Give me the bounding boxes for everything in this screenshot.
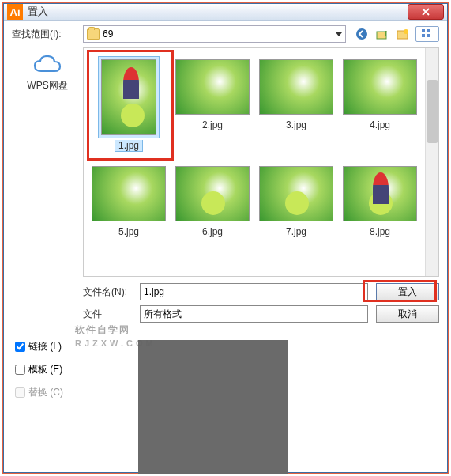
file-thumbnail	[259, 166, 333, 221]
back-icon	[355, 28, 368, 40]
file-thumbnail	[175, 59, 250, 115]
file-item[interactable]: 1.jpg	[88, 55, 169, 153]
up-icon	[376, 28, 389, 40]
file-item[interactable]: 4.jpg	[340, 55, 420, 153]
filetype-combo[interactable]: 所有格式	[140, 305, 368, 323]
file-name: 3.jpg	[286, 119, 306, 130]
folder-icon	[87, 28, 100, 40]
template-checkbox[interactable]: 模板 (E)	[15, 363, 122, 376]
close-icon	[422, 8, 430, 16]
file-name: 2.jpg	[202, 119, 223, 130]
wps-cloud-label: WPS网盘	[27, 79, 67, 93]
template-label: 模板 (E)	[28, 363, 62, 376]
file-name: 7.jpg	[286, 226, 306, 237]
file-thumbnail	[101, 59, 156, 135]
file-thumbnail	[343, 166, 417, 221]
chevron-down-icon	[336, 32, 342, 36]
filename-value: 1.jpg	[144, 286, 164, 297]
new-folder-button[interactable]	[395, 26, 411, 42]
file-name: 4.jpg	[370, 119, 390, 130]
scrollbar[interactable]	[425, 48, 438, 276]
view-menu-button[interactable]	[415, 26, 439, 42]
file-thumbnail	[343, 59, 417, 115]
svg-point-3	[404, 29, 408, 34]
replace-checkbox-input	[15, 387, 25, 398]
filetype-label: 文件	[83, 308, 140, 321]
template-checkbox-input[interactable]	[15, 365, 25, 375]
places-sidebar: WPS网盘	[12, 47, 83, 327]
file-thumbnail	[175, 166, 250, 221]
titlebar: Ai 置入	[4, 4, 447, 21]
wps-cloud-icon[interactable]	[32, 54, 63, 77]
link-checkbox-input[interactable]	[15, 342, 25, 352]
scrollbar-thumb[interactable]	[427, 80, 438, 143]
file-thumbnail	[92, 166, 166, 221]
filetype-value: 所有格式	[144, 308, 182, 321]
file-list[interactable]: 1.jpg2.jpg3.jpg4.jpg5.jpg6.jpg7.jpg8.jpg	[83, 47, 439, 277]
replace-checkbox: 替换 (C)	[15, 386, 122, 399]
look-in-combo[interactable]: 69	[83, 25, 346, 43]
svg-rect-5	[427, 29, 430, 32]
preview-pane	[138, 340, 288, 474]
filename-label: 文件名(N):	[83, 285, 140, 299]
file-thumbnail	[259, 59, 333, 115]
up-button[interactable]	[374, 26, 390, 42]
file-item[interactable]: 6.jpg	[172, 161, 253, 239]
look-in-value: 69	[103, 28, 113, 40]
cancel-button[interactable]: 取消	[376, 305, 439, 323]
link-label: 链接 (L)	[28, 340, 62, 353]
file-name: 5.jpg	[118, 226, 139, 237]
svg-rect-4	[422, 29, 425, 32]
dialog-title: 置入	[28, 5, 408, 19]
svg-rect-7	[427, 34, 430, 37]
file-name: 6.jpg	[202, 226, 223, 237]
svg-point-0	[356, 28, 367, 40]
look-in-label: 查找范围(I):	[12, 28, 83, 41]
link-checkbox[interactable]: 链接 (L)	[15, 340, 122, 353]
view-icon	[421, 28, 432, 40]
app-icon: Ai	[7, 4, 23, 20]
filename-input[interactable]: 1.jpg	[140, 283, 368, 300]
file-item[interactable]: 2.jpg	[172, 55, 253, 153]
replace-label: 替换 (C)	[28, 386, 63, 399]
svg-rect-6	[422, 34, 425, 37]
back-button[interactable]	[354, 26, 370, 42]
place-dialog: Ai 置入 查找范围(I): 69	[3, 3, 448, 473]
close-button[interactable]	[408, 4, 444, 20]
file-item[interactable]: 8.jpg	[340, 161, 420, 239]
file-name: 8.jpg	[370, 226, 390, 237]
file-item[interactable]: 5.jpg	[88, 161, 169, 239]
file-name: 1.jpg	[115, 140, 143, 152]
new-folder-icon	[397, 28, 409, 40]
file-item[interactable]: 7.jpg	[256, 161, 336, 239]
file-item[interactable]: 3.jpg	[256, 55, 336, 153]
place-button[interactable]: 置入	[376, 283, 439, 300]
